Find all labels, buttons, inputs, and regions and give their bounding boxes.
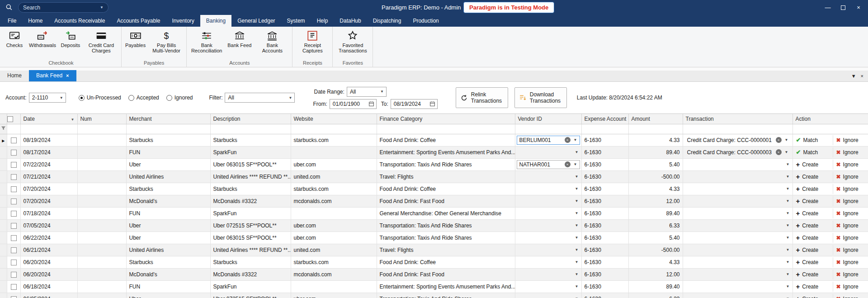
row-checkbox[interactable] — [11, 247, 17, 253]
deposits-button[interactable]: Deposits — [58, 27, 83, 48]
transaction-dropdown-icon[interactable]: ▼ — [785, 248, 791, 252]
cell-transaction[interactable]: ▼ — [683, 244, 793, 256]
ignore-button[interactable]: ✖Ignore — [833, 147, 868, 157]
row-select-cell[interactable] — [7, 232, 20, 244]
row-checkbox[interactable] — [11, 272, 17, 278]
create-button[interactable]: +Create — [793, 208, 833, 218]
tab-bank-feed[interactable]: Bank Feed × — [29, 70, 76, 81]
bank-reconciliation-button[interactable]: Bank Reconciliation — [188, 27, 225, 53]
column-filter-arrow-icon[interactable]: ▼ — [71, 118, 75, 122]
transaction-dropdown-icon[interactable]: ▼ — [785, 223, 791, 227]
row-checkbox[interactable] — [11, 223, 17, 229]
menu-item-dispatching[interactable]: Dispatching — [367, 15, 407, 27]
from-date-input[interactable]: 01/01/1900 — [330, 99, 377, 109]
cell-vendor-id[interactable]: BERLUM001×▼ — [515, 134, 581, 146]
cell-transaction[interactable]: ▼ — [683, 268, 793, 280]
cell-vendor-id[interactable]: ▼ — [515, 146, 581, 158]
row-checkbox[interactable] — [11, 150, 17, 156]
filter-cell-transaction[interactable] — [683, 124, 793, 134]
tab-list-chevron-icon[interactable]: ▼ — [851, 73, 856, 79]
bank-feed-button[interactable]: Bank Feed — [225, 27, 254, 48]
minimize-button[interactable]: — — [820, 0, 835, 15]
transaction-dropdown-icon[interactable]: ▼ — [785, 260, 791, 264]
row-select-cell[interactable] — [7, 146, 20, 158]
filter-cell[interactable] — [7, 124, 20, 134]
search-input[interactable]: Search ▼ — [18, 2, 108, 13]
filter-cell-website[interactable] — [291, 124, 377, 134]
clear-transaction-icon[interactable]: × — [776, 149, 782, 155]
withdrawals-button[interactable]: Withdrawals — [27, 27, 58, 48]
create-button[interactable]: +Create — [793, 294, 833, 298]
create-button[interactable]: +Create — [793, 160, 833, 170]
row-select-cell[interactable] — [7, 134, 20, 146]
clear-vendor-icon[interactable]: × — [565, 137, 571, 143]
menu-item-system[interactable]: System — [281, 15, 311, 27]
cell-transaction[interactable]: ▼ — [683, 256, 793, 268]
table-row[interactable]: 08/17/2024FUNSparkFunEntertainment: Spor… — [0, 146, 868, 158]
transaction-dropdown-icon[interactable]: ▼ — [785, 199, 791, 203]
transaction-dropdown-icon[interactable]: ▼ — [785, 272, 791, 276]
cell-vendor-id[interactable]: ▼ — [515, 195, 581, 207]
pay-bills-multi-vendor-button[interactable]: $ Pay Bills Multi-Vendor — [148, 27, 185, 53]
transaction-dropdown-icon[interactable]: ▼ — [785, 187, 791, 191]
ignore-button[interactable]: ✖Ignore — [833, 270, 868, 279]
cell-vendor-id[interactable]: NATHAR001×▼ — [515, 158, 581, 170]
vendor-dropdown-icon[interactable]: ▼ — [574, 260, 580, 264]
create-button[interactable]: +Create — [793, 270, 833, 279]
vendor-dropdown-icon[interactable]: ▼ — [574, 272, 580, 276]
create-button[interactable]: +Create — [793, 221, 833, 231]
ignore-button[interactable]: ✖Ignore — [833, 294, 868, 298]
maximize-button[interactable] — [835, 0, 851, 15]
row-checkbox[interactable] — [11, 296, 17, 298]
cell-transaction[interactable]: ▼ — [683, 232, 793, 244]
cell-transaction[interactable]: ▼ — [683, 158, 793, 170]
row-select-cell[interactable] — [7, 293, 20, 298]
menu-item-accounts-payable[interactable]: Accounts Payable — [111, 15, 166, 27]
column-header-finance-category[interactable]: Finance Category — [377, 114, 515, 124]
column-header-website[interactable]: Website — [291, 114, 377, 124]
cell-vendor-id[interactable]: ▼ — [515, 232, 581, 244]
cell-vendor-id[interactable]: ▼ — [515, 219, 581, 232]
clear-transaction-icon[interactable]: × — [776, 137, 782, 143]
cell-vendor-id[interactable]: ▼ — [515, 244, 581, 256]
menu-item-general-ledger[interactable]: General Ledger — [231, 15, 281, 27]
ignore-button[interactable]: ✖Ignore — [833, 160, 868, 170]
vendor-dropdown-icon[interactable]: ▼ — [574, 248, 580, 252]
favorited-transactions-button[interactable]: Favorited Transactions — [334, 27, 371, 53]
vendor-dropdown-icon[interactable]: ▼ — [574, 236, 580, 240]
table-row[interactable]: 06/20/2024StarbucksStarbucksstarbucks.co… — [0, 256, 868, 268]
cell-transaction[interactable]: ▼ — [683, 183, 793, 195]
column-header-amount[interactable]: Amount — [628, 114, 683, 124]
cell-vendor-id[interactable]: ▼ — [515, 293, 581, 298]
column-header-merchant[interactable]: Merchant — [126, 114, 210, 124]
table-row[interactable]: 06/21/2024United AirlinesUnited Airlines… — [0, 244, 868, 256]
ignore-button[interactable]: ✖Ignore — [833, 245, 868, 255]
vendor-dropdown-icon[interactable]: ▼ — [572, 162, 579, 166]
ignore-button[interactable]: ✖Ignore — [833, 208, 868, 218]
cell-transaction[interactable]: ▼ — [683, 280, 793, 293]
vendor-dropdown-icon[interactable]: ▼ — [574, 223, 580, 227]
cell-vendor-id[interactable]: ▼ — [515, 256, 581, 268]
filter-select[interactable]: All ▼ — [225, 93, 295, 103]
row-select-cell[interactable] — [7, 268, 20, 280]
menu-item-datahub[interactable]: DataHub — [334, 15, 367, 27]
radio-unprocessed[interactable]: Un-Processed — [79, 95, 121, 101]
menu-item-home[interactable]: Home — [22, 15, 48, 27]
row-select-cell[interactable] — [7, 158, 20, 170]
row-checkbox[interactable] — [11, 260, 17, 265]
table-row[interactable]: 07/20/2024McDonald'sMcDonalds #3322mcdon… — [0, 195, 868, 207]
filter-cell-finance-category[interactable] — [377, 124, 515, 134]
cell-vendor-id[interactable]: ▼ — [515, 183, 581, 195]
row-checkbox[interactable] — [11, 162, 17, 168]
cell-transaction[interactable]: ▼ — [683, 293, 793, 298]
cell-vendor-id[interactable]: ▼ — [515, 268, 581, 280]
create-button[interactable]: +Create — [793, 245, 833, 255]
create-button[interactable]: +Create — [793, 233, 833, 243]
column-header-vendor-id[interactable]: Vendor ID — [515, 114, 581, 124]
table-row[interactable]: 07/20/2024StarbucksStarbucksstarbucks.co… — [0, 183, 868, 195]
menu-item-help[interactable]: Help — [311, 15, 334, 27]
ignore-button[interactable]: ✖Ignore — [833, 257, 868, 267]
payables-button[interactable]: Payables — [123, 27, 148, 48]
row-select-cell[interactable] — [7, 280, 20, 293]
row-checkbox[interactable] — [11, 186, 17, 192]
